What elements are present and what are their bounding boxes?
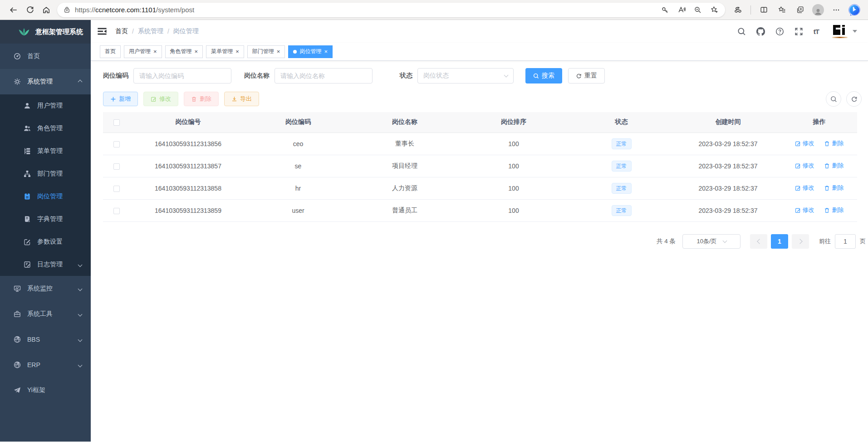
close-icon[interactable]	[324, 49, 328, 54]
close-icon[interactable]	[195, 49, 198, 54]
sidebar-subitem-log-management[interactable]: 日志管理	[0, 253, 91, 276]
chevron-down-icon	[722, 238, 727, 243]
sidebar-subitem-dict-management[interactable]: 字典管理	[0, 208, 91, 231]
zoom-out-icon[interactable]	[691, 2, 705, 18]
github-icon[interactable]	[756, 27, 765, 36]
help-icon[interactable]	[775, 27, 784, 36]
toolbox-icon	[14, 310, 21, 318]
tabs-bar: 首页 用户管理 角色管理 菜单管理 部门管理 岗位管理	[91, 43, 868, 61]
breadcrumb-system[interactable]: 系统管理	[138, 27, 163, 35]
app-title: 意框架管理系统	[35, 28, 83, 36]
close-icon[interactable]	[153, 49, 157, 54]
row-delete-link[interactable]: 删除	[824, 162, 843, 170]
row-delete-link[interactable]: 删除	[824, 184, 843, 192]
breadcrumb-home[interactable]: 首页	[115, 27, 128, 35]
favorites-icon[interactable]	[774, 2, 790, 18]
tree-list-icon	[24, 147, 31, 155]
page-unit-label: 页	[860, 237, 866, 246]
profile-avatar[interactable]	[810, 2, 826, 18]
row-edit-link[interactable]: 修改	[795, 162, 814, 170]
status-badge: 正常	[612, 138, 632, 149]
prev-page-button[interactable]	[750, 234, 767, 249]
chevron-right-icon	[797, 239, 802, 244]
sidebar-subitem-menu-management[interactable]: 菜单管理	[0, 140, 91, 162]
sidebar-item-erp[interactable]: ERP	[0, 352, 91, 378]
password-key-icon[interactable]	[658, 2, 672, 18]
copilot-bing-icon[interactable]	[846, 2, 863, 18]
sidebar-group-system-management[interactable]: 系统管理	[0, 69, 91, 94]
split-screen-icon[interactable]	[755, 2, 772, 18]
row-edit-link[interactable]: 修改	[795, 184, 814, 192]
status-select[interactable]: 岗位状态	[417, 68, 514, 83]
sidebar-item-system-monitor[interactable]: 系统监控	[0, 276, 91, 301]
row-edit-link[interactable]: 修改	[795, 206, 814, 214]
next-page-button[interactable]	[792, 234, 809, 249]
select-all-checkbox[interactable]	[113, 119, 120, 126]
page-size-select[interactable]: 10条/页	[682, 234, 740, 249]
sidebar-item-home[interactable]: 首页	[0, 44, 91, 69]
tab-post-management[interactable]: 岗位管理	[288, 45, 333, 58]
close-icon[interactable]	[277, 49, 280, 54]
add-favorite-icon[interactable]	[707, 2, 721, 18]
sidebar-subitem-role-management[interactable]: 角色管理	[0, 117, 91, 140]
search-icon	[830, 96, 837, 103]
sidebar-subitem-dept-management[interactable]: 部门管理	[0, 162, 91, 185]
edit-icon	[151, 96, 157, 102]
sidebar-subitem-param-settings[interactable]: 参数设置	[0, 231, 91, 253]
row-checkbox[interactable]	[113, 163, 120, 170]
log-icon	[24, 261, 31, 268]
edit-button[interactable]: 修改	[143, 92, 178, 106]
user-avatar[interactable]	[831, 24, 857, 39]
tab-user-management[interactable]: 用户管理	[124, 45, 162, 58]
sidebar-item-bbs[interactable]: BBS	[0, 327, 91, 352]
edit-icon	[795, 141, 801, 147]
back-icon[interactable]	[5, 2, 22, 18]
address-bar[interactable]: https://ccnetcore.com:1101/system/post	[57, 3, 725, 17]
search-button[interactable]: 搜索	[525, 68, 562, 83]
fullscreen-icon[interactable]	[794, 27, 803, 36]
add-button[interactable]: 新增	[103, 92, 138, 106]
export-button[interactable]: 导出	[224, 92, 259, 106]
extensions-icon[interactable]	[730, 2, 746, 18]
sidebar-subitem-user-management[interactable]: 用户管理	[0, 94, 91, 117]
users-icon	[24, 125, 31, 132]
collapse-sidebar-icon[interactable]	[97, 26, 107, 36]
delete-button[interactable]: 删除	[184, 92, 219, 106]
table-row: 1641030593112313858 hr 人力资源 100 正常 2023-…	[103, 177, 857, 199]
page-number-1[interactable]: 1	[771, 234, 788, 249]
show-search-toggle-button[interactable]	[826, 91, 841, 107]
row-edit-link[interactable]: 修改	[795, 139, 814, 147]
row-delete-link[interactable]: 删除	[824, 139, 843, 147]
home-icon[interactable]	[38, 2, 54, 18]
reset-button[interactable]: 重置	[568, 68, 605, 83]
close-icon[interactable]	[235, 49, 239, 54]
tab-home[interactable]: 首页	[100, 45, 121, 58]
tab-dept-management[interactable]: 部门管理	[247, 45, 285, 58]
post-name-input[interactable]	[275, 68, 373, 83]
trash-icon	[824, 141, 830, 147]
avatar-underline	[832, 37, 848, 38]
sidebar-subitem-post-management[interactable]: 岗位管理	[0, 185, 91, 208]
text-size-icon[interactable]: tT	[814, 28, 819, 35]
paper-plane-icon	[14, 387, 21, 394]
tab-menu-management[interactable]: 菜单管理	[206, 45, 244, 58]
refresh-icon[interactable]	[22, 2, 38, 18]
sidebar-item-yi-framework[interactable]: Yi框架	[0, 378, 91, 403]
row-checkbox[interactable]	[113, 141, 120, 147]
collections-icon[interactable]	[792, 2, 808, 18]
chevron-down-icon	[504, 73, 509, 78]
read-aloud-icon[interactable]	[674, 2, 689, 18]
sidebar-item-system-tools[interactable]: 系统工具	[0, 301, 91, 327]
tab-role-management[interactable]: 角色管理	[165, 45, 203, 58]
app-logo[interactable]: 意框架管理系统	[0, 20, 91, 44]
url-text: https://ccnetcore.com:1101/system/post	[75, 6, 658, 14]
row-checkbox[interactable]	[113, 208, 120, 214]
goto-page-input[interactable]	[835, 234, 856, 249]
trash-icon	[824, 163, 830, 169]
row-checkbox[interactable]	[113, 186, 120, 192]
row-delete-link[interactable]: 删除	[824, 206, 843, 214]
post-code-input[interactable]	[133, 68, 231, 83]
settings-more-icon[interactable]	[828, 2, 844, 18]
refresh-table-button[interactable]	[846, 91, 862, 107]
header-search-icon[interactable]	[737, 27, 746, 36]
